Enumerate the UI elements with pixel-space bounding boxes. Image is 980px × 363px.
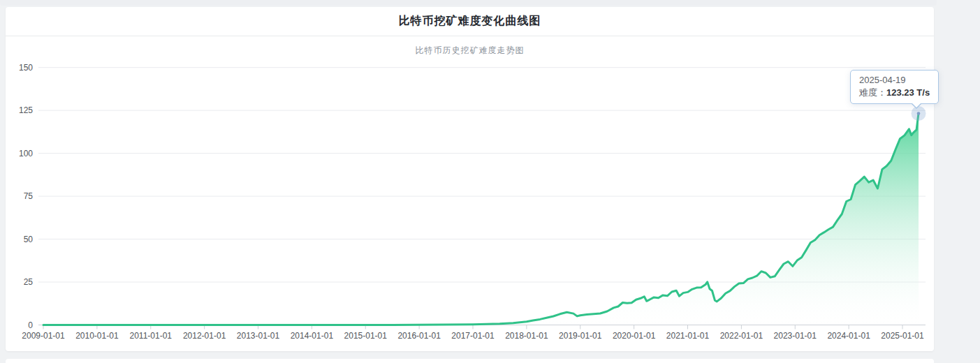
x-axis-tick-label: 2017-01-01 <box>451 331 495 341</box>
y-axis-tick-label: 100 <box>19 149 33 158</box>
x-axis-tick-label: 2020-01-01 <box>613 331 656 341</box>
tooltip-series-line: 难度：123.23 T/s <box>859 87 930 99</box>
y-axis-tick-label: 25 <box>24 277 34 287</box>
x-axis-tick-label: 2018-01-01 <box>505 331 548 341</box>
chart-subtitle: 比特币历史挖矿难度走势图 <box>6 45 934 57</box>
x-axis-tick-label: 2024-01-01 <box>827 331 870 341</box>
difficulty-line-chart[interactable]: 02550751001251502009-01-012010-01-012011… <box>6 7 934 351</box>
y-axis-tick-label: 75 <box>24 191 34 201</box>
chart-tooltip: 2025-04-19 难度：123.23 T/s <box>850 70 939 104</box>
x-axis-tick-label: 2023-01-01 <box>774 331 817 341</box>
x-axis-tick-label: 2019-01-01 <box>559 331 602 341</box>
difficulty-area-fill <box>43 114 919 325</box>
x-axis-tick-label: 2012-01-01 <box>183 331 226 341</box>
x-axis-tick-label: 2021-01-01 <box>666 331 710 341</box>
page-root: 比特币挖矿难度变化曲线图 02550751001251502009-01-012… <box>0 0 980 363</box>
x-axis-tick-label: 2015-01-01 <box>344 331 388 341</box>
x-axis-tick-label: 2011-01-01 <box>130 331 173 341</box>
x-axis-tick-label: 2010-01-01 <box>75 331 119 341</box>
next-card-top-edge <box>6 359 934 363</box>
x-axis-tick-label: 2025-01-01 <box>881 331 924 341</box>
tooltip-series-label: 难度： <box>859 87 886 98</box>
hover-point-dot <box>917 112 921 115</box>
tooltip-date: 2025-04-19 <box>859 74 930 87</box>
y-axis-tick-label: 50 <box>24 235 34 244</box>
y-axis-tick-label: 150 <box>19 63 33 73</box>
y-axis-tick-label: 125 <box>19 105 33 115</box>
tooltip-value: 123.23 T/s <box>886 87 930 98</box>
x-axis-tick-label: 2009-01-01 <box>22 331 65 341</box>
y-axis-tick-label: 0 <box>28 320 33 330</box>
x-axis-tick-label: 2014-01-01 <box>291 331 334 341</box>
x-axis-tick-label: 2022-01-01 <box>720 331 763 341</box>
x-axis-tick-label: 2016-01-01 <box>397 331 441 341</box>
chart-plot-area[interactable]: 02550751001251502009-01-012010-01-012011… <box>6 7 934 351</box>
previous-card-bottom-edge <box>0 0 937 6</box>
x-axis-tick-label: 2013-01-01 <box>237 331 280 341</box>
mining-difficulty-chart-card: 比特币挖矿难度变化曲线图 02550751001251502009-01-012… <box>6 7 934 351</box>
